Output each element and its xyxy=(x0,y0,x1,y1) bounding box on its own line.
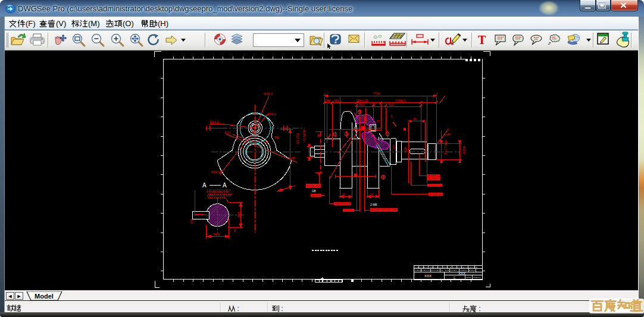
svg-text:R15.2: R15.2 xyxy=(267,112,276,116)
svg-text:Φ16: Φ16 xyxy=(190,219,193,224)
svg-text:XXX: XXX xyxy=(458,272,465,275)
svg-text:7+0: 7+0 xyxy=(389,103,393,106)
svg-text:30°: 30° xyxy=(264,141,269,145)
svg-text:40M: 40M xyxy=(333,99,339,102)
svg-text:Φ(30.2): Φ(30.2) xyxy=(302,130,306,141)
svg-text:GB: GB xyxy=(312,190,316,193)
svg-text:34h6: 34h6 xyxy=(213,233,220,236)
svg-text:R29.05: R29.05 xyxy=(211,170,222,174)
svg-text:R8: R8 xyxy=(376,120,380,123)
svg-text:A: A xyxy=(317,172,320,176)
svg-text:A: A xyxy=(223,182,227,189)
svg-text:2×R: 2×R xyxy=(289,156,295,160)
svg-text:C: C xyxy=(390,114,393,118)
svg-text:38+0: 38+0 xyxy=(358,103,365,106)
svg-text:Φ22h6: Φ22h6 xyxy=(462,146,465,155)
svg-text:R24.05: R24.05 xyxy=(296,133,299,144)
svg-text:Φ17: Φ17 xyxy=(224,131,231,134)
svg-text:40: 40 xyxy=(413,118,417,121)
svg-text:C: C xyxy=(447,127,449,131)
svg-text:Model: Model xyxy=(35,293,54,300)
svg-text:30: 30 xyxy=(370,193,374,196)
svg-text:R8: R8 xyxy=(274,136,279,139)
svg-text:30: 30 xyxy=(342,193,346,196)
svg-text:73M+0.05: 73M+0.05 xyxy=(356,99,368,102)
svg-text:M22×1.5-6g: M22×1.5-6g xyxy=(444,140,447,155)
svg-text:T: T xyxy=(478,33,486,46)
svg-text:C: C xyxy=(454,277,456,280)
svg-text:XXX: XXX xyxy=(424,274,432,278)
svg-text:1×45°: 1×45° xyxy=(444,133,451,136)
svg-text:A: A xyxy=(317,133,320,137)
svg-text:Φ30.2: Φ30.2 xyxy=(264,92,273,96)
svg-text:Φ14.2: Φ14.2 xyxy=(210,120,218,124)
svg-text:B: B xyxy=(234,229,236,233)
svg-text:770M: 770M xyxy=(373,92,380,95)
svg-text:Φ38: Φ38 xyxy=(237,212,240,218)
svg-text:31: 31 xyxy=(372,103,376,106)
svg-text:2-M8: 2-M8 xyxy=(370,203,377,206)
svg-text:Φ25: Φ25 xyxy=(404,147,407,153)
svg-text:A: A xyxy=(202,182,207,189)
svg-text:17M±0.5: 17M±0.5 xyxy=(395,99,406,102)
svg-text:Φ28: Φ28 xyxy=(392,145,395,149)
svg-text:R10: R10 xyxy=(348,109,352,112)
svg-text:28M: 28M xyxy=(325,99,330,102)
svg-text:τ: τ xyxy=(226,189,227,192)
